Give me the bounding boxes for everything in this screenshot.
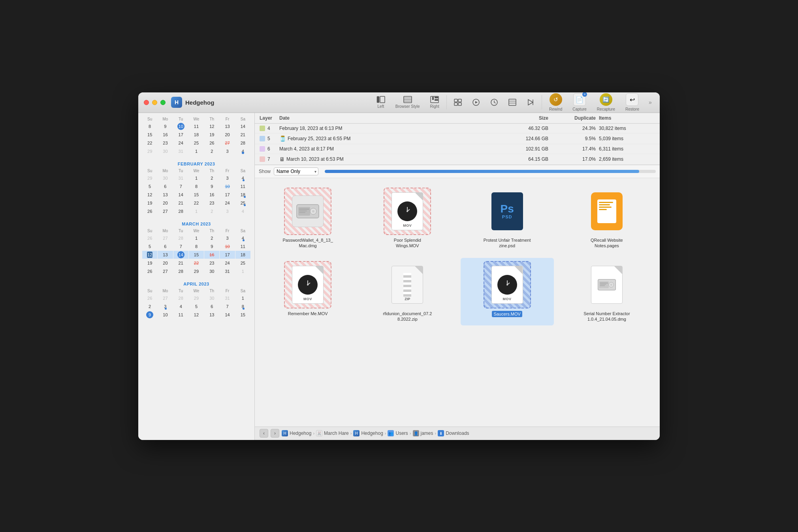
maximize-button[interactable] bbox=[160, 100, 166, 105]
app-title-area: H Hedgehog bbox=[171, 97, 373, 108]
file-item-4[interactable]: QRecall Website Notes.pages bbox=[560, 184, 653, 252]
bc-item-hedgehog[interactable]: H Hedgehog bbox=[282, 430, 311, 436]
file-item-5[interactable]: MOV Remember Me.MOV bbox=[261, 258, 354, 325]
bc-label-hedgehog: Hedgehog bbox=[290, 430, 311, 436]
calendar-apr-header: APRIL 2023 bbox=[142, 280, 250, 286]
svg-rect-19 bbox=[509, 99, 516, 105]
bc-item-downloads[interactable]: ⬇ Downloads bbox=[438, 430, 469, 436]
svg-point-27 bbox=[312, 210, 314, 212]
bc-item-users[interactable]: 👥 Users bbox=[388, 430, 408, 436]
snap-items-6: 6,311 items bbox=[597, 145, 657, 152]
toolbar-restore[interactable]: ↩ Restore bbox=[622, 92, 642, 113]
col-date: Date bbox=[278, 115, 491, 122]
show-select[interactable]: Name Only Name and Date All Info bbox=[274, 167, 318, 175]
toolbar-rewind[interactable]: ↺ Rewind bbox=[546, 92, 565, 113]
quicktime-icon-7 bbox=[497, 275, 517, 295]
toolbar-view-right[interactable]: Right bbox=[427, 94, 442, 110]
snap-color-6 bbox=[260, 146, 265, 152]
file-item-3[interactable]: Ps PSD Protest Unfair Treatment zine.psd bbox=[461, 184, 554, 252]
svg-point-34 bbox=[407, 211, 408, 212]
clock-icon bbox=[490, 99, 498, 106]
mov-icon-7: MOV bbox=[491, 266, 523, 304]
toolbar-overflow[interactable]: » bbox=[646, 95, 654, 109]
col-size: Size bbox=[491, 115, 550, 122]
toolbar-capture[interactable]: 📄 + Capture bbox=[569, 92, 590, 113]
toolbar-view-left[interactable]: Left bbox=[373, 94, 388, 110]
snapshot-row-6[interactable]: 6 March 4, 2023 at 8:17 PM 102.91 GB 17.… bbox=[255, 144, 660, 154]
close-button[interactable] bbox=[144, 100, 149, 105]
left-panel-icon bbox=[376, 96, 385, 103]
bc-sep-1: › bbox=[313, 431, 314, 436]
svg-point-42 bbox=[506, 284, 508, 286]
snap-date-4: February 18, 2023 at 6:13 PM bbox=[278, 125, 491, 132]
cal-day-wrap: 4 bbox=[235, 147, 250, 155]
bc-item-james[interactable]: 👤 james bbox=[413, 430, 433, 436]
svg-rect-47 bbox=[600, 282, 608, 283]
toolbar-restore-label: Restore bbox=[625, 107, 639, 111]
nav-back-btn[interactable]: ‹ bbox=[260, 429, 268, 438]
file-icon-wrapper-8 bbox=[583, 261, 630, 308]
snapshot-row-7[interactable]: 7 🖥 March 10, 2023 at 6:53 PM 64.15 GB 1… bbox=[255, 154, 660, 165]
pages-icon-4 bbox=[591, 192, 623, 230]
file-icon-wrapper-5: MOV bbox=[284, 261, 331, 308]
file-item-1[interactable]: PasswordWallet_4_8_13_Mac.dmg bbox=[261, 184, 354, 252]
bc-sep-2: › bbox=[350, 431, 352, 436]
snapshot-row-5[interactable]: 5 🫙 February 25, 2023 at 6:55 PM 124.66 … bbox=[255, 133, 660, 144]
file-item-7[interactable]: MOV Saucers.MOV bbox=[461, 258, 554, 325]
snap-dup-6: 17.4% bbox=[550, 145, 597, 152]
snap-items-7: 2,659 items bbox=[597, 156, 657, 163]
calendar-feb-header: FEBRUARY 2023 bbox=[142, 160, 250, 166]
bc-item-hedgehog2[interactable]: H Hedgehog bbox=[353, 430, 383, 436]
cal-day-wrap: 8 bbox=[142, 122, 157, 130]
snapshot-header-row: Layer Date Size Duplicate Items bbox=[255, 113, 660, 124]
snap-size-6: 102.91 GB bbox=[491, 145, 550, 152]
snap-dup-7: 17.0% bbox=[550, 156, 597, 163]
toolbar-icon-list[interactable] bbox=[505, 97, 519, 107]
toolbar-recapture[interactable]: 🔄 Recapture bbox=[594, 92, 618, 113]
snap-dup-5: 9.5% bbox=[550, 135, 597, 142]
bc-sep-3: › bbox=[385, 431, 386, 436]
quicktime-icon-5 bbox=[298, 275, 318, 295]
svg-point-38 bbox=[307, 284, 309, 286]
toolbar-icon-grid[interactable] bbox=[451, 97, 465, 107]
cal-day-wrap: 27 bbox=[220, 139, 235, 147]
bc-label-users: Users bbox=[395, 430, 408, 436]
svg-rect-49 bbox=[600, 286, 605, 286]
file-item-2[interactable]: MOV Poor Splendid Wings.MOV bbox=[361, 184, 454, 252]
svg-marker-22 bbox=[528, 100, 533, 105]
file-name-2: Poor Splendid Wings.MOV bbox=[382, 237, 433, 249]
snapshot-row-4[interactable]: 4 February 18, 2023 at 6:13 PM 46.32 GB … bbox=[255, 124, 660, 133]
cal-day-wrap: 23 bbox=[158, 139, 173, 147]
snap-size-7: 64.15 GB bbox=[491, 156, 550, 163]
svg-rect-28 bbox=[299, 209, 309, 210]
traffic-lights bbox=[144, 100, 166, 105]
toolbar-icon-play[interactable] bbox=[469, 97, 483, 107]
main-content: Su Mo Tu We Th Fr Sa 8 9 10 11 12 13 14 bbox=[138, 113, 660, 440]
snap-num-6: 6 bbox=[258, 145, 278, 152]
snap-items-4: 30,822 items bbox=[597, 125, 657, 132]
bc-item-march[interactable]: 🐰 March Hare bbox=[316, 430, 349, 436]
file-name-7: Saucers.MOV bbox=[492, 311, 522, 317]
svg-rect-13 bbox=[458, 103, 461, 105]
mov-icon-5: MOV bbox=[292, 266, 324, 304]
file-item-8[interactable]: Serial Number Extractor 1.0.4_21.04.05.d… bbox=[560, 258, 653, 325]
toolbar-separator-1 bbox=[446, 95, 447, 109]
nav-forward-btn[interactable]: › bbox=[271, 429, 279, 438]
file-name-5: Remember Me.MOV bbox=[288, 311, 328, 316]
hdd-svg-1 bbox=[296, 201, 320, 221]
progress-bar-container bbox=[325, 170, 656, 173]
cal-day-wrap: 28 bbox=[235, 139, 250, 147]
titlebar: H Hedgehog Left Browser Style bbox=[138, 92, 660, 113]
toolbar-icon-clock[interactable] bbox=[487, 97, 501, 107]
snap-date-5: 🫙 February 25, 2023 at 6:55 PM bbox=[278, 135, 491, 143]
file-item-6[interactable]: ZIP rfidunion_document_07.28.2022.zip bbox=[361, 258, 454, 325]
calendar-apr: Su Mo Tu We Th Fr Sa 26 27 28 29 30 31 1 bbox=[142, 288, 250, 319]
cal-day-wrap: 31 bbox=[173, 147, 188, 155]
browser-style-icon bbox=[403, 96, 412, 103]
minimize-button[interactable] bbox=[152, 100, 157, 105]
toolbar-icon-forward[interactable] bbox=[523, 97, 538, 107]
cal-day-wrap: 1 bbox=[189, 147, 204, 155]
cal-day-wrap: 3 bbox=[220, 147, 235, 155]
snap-color-7 bbox=[260, 156, 265, 162]
toolbar-view-browser[interactable]: Browser Style bbox=[392, 94, 423, 110]
